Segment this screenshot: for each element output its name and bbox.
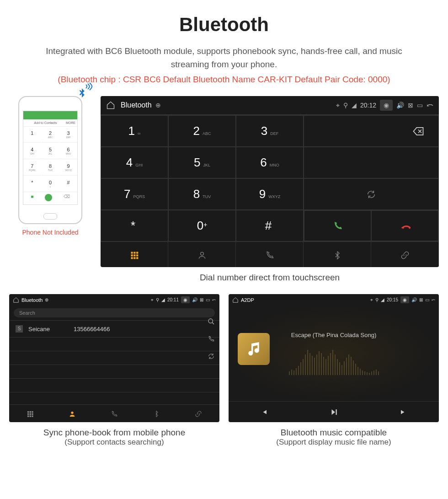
nav-link[interactable] (371, 242, 439, 267)
recent-apps-icon[interactable]: ▭ (425, 297, 429, 302)
backspace-button[interactable] (304, 115, 439, 147)
backspace-icon: ⌫ (64, 194, 70, 201)
phone-mock-key: 8TUV (42, 160, 59, 176)
contact-row-empty (9, 365, 219, 379)
phone-home-button (43, 213, 57, 220)
call-icon[interactable] (208, 334, 215, 343)
contact-list: SSeicane13566664466 (9, 321, 219, 404)
home-icon[interactable] (232, 297, 239, 303)
svg-rect-12 (30, 411, 31, 413)
search-input[interactable]: Search (14, 308, 215, 317)
nav-contacts[interactable] (51, 405, 93, 422)
empty-cell (304, 147, 439, 178)
volume-icon[interactable]: 🔊 (192, 297, 197, 302)
close-icon[interactable]: ⊠ (408, 102, 413, 109)
svg-point-10 (208, 319, 213, 323)
dialer-caption: Dial number direct from touchscreen (101, 273, 439, 283)
svg-rect-11 (27, 411, 29, 413)
volume-icon[interactable]: 🔊 (411, 297, 417, 302)
page-subtitle: Integrated with BC6 Bluetooth module, su… (9, 45, 439, 71)
dial-key-1[interactable]: 1∞ (101, 115, 168, 147)
dial-key-8[interactable]: 8TUV (168, 178, 236, 210)
play-pause-button[interactable] (299, 402, 368, 422)
nav-link[interactable] (177, 405, 219, 422)
location-icon: ⚲ (343, 102, 348, 109)
phonebook-screen: Bluetooth ⊕ ⌖ ⚲ ◢ 20:11 ◉ 🔊 ⊠ ▭ ⤺ Search… (9, 294, 219, 422)
usb-icon: ⊕ (155, 102, 161, 109)
camera-icon[interactable]: ◉ (181, 296, 190, 303)
phone-not-included-note: Phone Not Included (9, 229, 91, 236)
camera-icon[interactable]: ◉ (400, 296, 409, 303)
recent-apps-icon[interactable]: ▭ (417, 102, 423, 109)
svg-rect-4 (133, 254, 135, 256)
dial-key-5[interactable]: 5JKL (168, 147, 236, 178)
bluetooth-status-icon: ⌖ (151, 297, 154, 303)
prev-track-button[interactable] (229, 402, 299, 422)
phone-header-bar (23, 111, 77, 119)
recent-apps-icon[interactable]: ▭ (206, 297, 210, 302)
svg-rect-16 (32, 413, 33, 414)
phone-mock-key: 3DEF (59, 127, 77, 143)
dial-key-7[interactable]: 7PQRS (101, 178, 168, 210)
home-icon[interactable] (106, 101, 115, 110)
hangup-button[interactable] (371, 210, 438, 241)
next-track-button[interactable] (369, 402, 439, 422)
dial-key-4[interactable]: 4GHI (101, 147, 168, 178)
phonebook-caption: Sync phone-book from mobile phone (9, 428, 219, 438)
bluetooth-status-icon: ⌖ (336, 102, 340, 109)
svg-rect-19 (32, 415, 33, 417)
back-icon[interactable]: ⤺ (212, 297, 216, 302)
back-icon[interactable]: ⤺ (432, 297, 435, 302)
location-icon: ⚲ (375, 297, 379, 302)
nav-bluetooth[interactable] (135, 405, 177, 422)
close-icon[interactable]: ⊠ (419, 297, 423, 302)
nav-keypad[interactable] (9, 405, 51, 422)
phone-mock-key: 5JKL (42, 143, 59, 159)
call-button[interactable] (304, 210, 371, 241)
nav-keypad[interactable] (101, 242, 168, 267)
volume-icon[interactable]: 🔊 (396, 102, 404, 109)
svg-rect-3 (131, 254, 133, 256)
close-icon[interactable]: ⊠ (200, 297, 203, 302)
dial-key-*[interactable]: * (101, 210, 168, 241)
svg-rect-15 (30, 413, 31, 414)
page-title: Bluetooth (9, 14, 439, 36)
nav-call-log[interactable] (93, 405, 135, 422)
music-statusbar: A2DP ⌖ ⚲ ◢ 20:15 ◉ 🔊 ⊠ ▭ ⤺ (229, 294, 439, 306)
phone-mock-key: * (23, 176, 41, 192)
contact-row-empty (9, 351, 219, 365)
svg-rect-17 (27, 415, 29, 417)
nav-call-log[interactable] (236, 242, 304, 267)
home-icon[interactable] (13, 297, 19, 303)
dial-key-3[interactable]: 3DEF (236, 115, 304, 147)
bluetooth-status-icon: ⌖ (370, 297, 373, 303)
phone-mock-key: 2ABC (42, 127, 59, 143)
refresh-icon[interactable] (208, 352, 215, 360)
refresh-button[interactable] (304, 178, 439, 210)
dial-key-0[interactable]: 0+ (168, 210, 236, 241)
phone-mock-key: 9WXYZ (59, 160, 77, 176)
dialer-statusbar: Bluetooth ⊕ ⌖ ⚲ ◢ 20:12 ◉ 🔊 ⊠ ▭ ⤺ (101, 96, 439, 114)
statusbar-title: Bluetooth (21, 297, 43, 303)
back-icon[interactable]: ⤺ (427, 100, 433, 110)
nav-bluetooth[interactable] (304, 242, 371, 267)
dial-key-6[interactable]: 6MNO (236, 147, 304, 178)
dial-key-#[interactable]: # (236, 210, 304, 241)
phone-mock-key: 0+ (42, 176, 59, 192)
contact-row[interactable]: SSeicane13566664466 (9, 321, 219, 338)
phone-mock-key: 6MNO (59, 143, 77, 159)
statusbar-title: A2DP (241, 297, 254, 303)
dial-key-2[interactable]: 2ABC (168, 115, 236, 147)
dial-key-9[interactable]: 9WXYZ (236, 178, 304, 210)
svg-rect-2 (136, 252, 138, 253)
svg-rect-6 (131, 257, 133, 259)
search-icon[interactable] (208, 317, 215, 325)
statusbar-time: 20:11 (167, 297, 179, 302)
nav-contacts[interactable] (168, 242, 236, 267)
svg-rect-13 (32, 411, 33, 413)
video-icon: ■ (31, 194, 33, 201)
wifi-icon: ◢ (161, 297, 165, 302)
camera-icon[interactable]: ◉ (380, 100, 393, 111)
phonebook-statusbar: Bluetooth ⊕ ⌖ ⚲ ◢ 20:11 ◉ 🔊 ⊠ ▭ ⤺ (9, 294, 219, 306)
phone-mock-key: 7PQRS (23, 160, 41, 176)
